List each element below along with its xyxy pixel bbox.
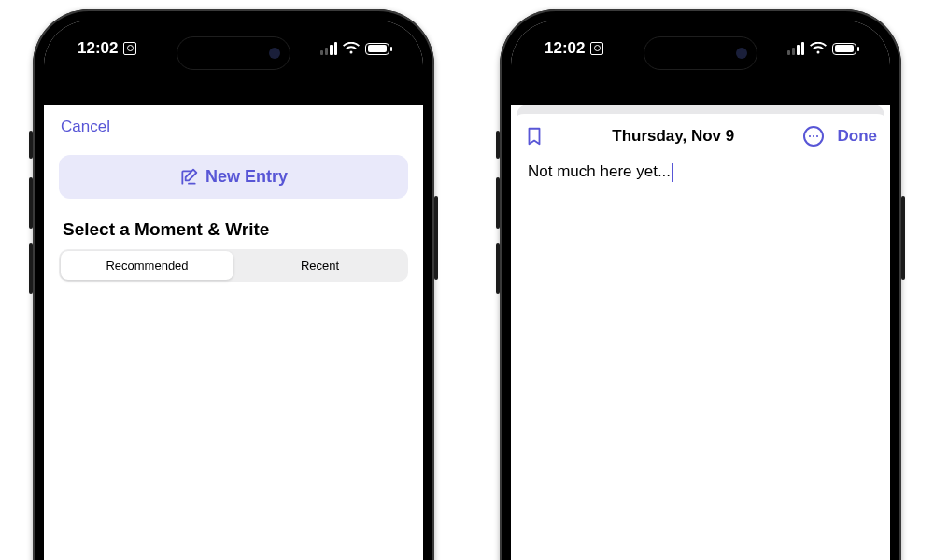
contact-card-icon xyxy=(590,42,603,55)
new-entry-button[interactable]: New Entry xyxy=(59,155,408,199)
entry-header: Thursday, Nov 9 Done xyxy=(511,114,890,159)
modal-topbar: Cancel xyxy=(44,105,423,146)
battery-icon xyxy=(365,43,389,55)
more-button[interactable] xyxy=(802,125,825,147)
done-button[interactable]: Done xyxy=(838,127,878,146)
status-bar: 12:02 xyxy=(511,21,890,105)
phone-mockup-right: 12:02 Thursday, Nov 9 xyxy=(500,9,901,560)
side-button xyxy=(29,243,33,294)
dynamic-island xyxy=(177,37,290,69)
section-title: Select a Moment & Write xyxy=(44,199,423,249)
bookmark-icon xyxy=(524,126,545,147)
bookmark-button[interactable] xyxy=(524,126,545,147)
tab-recent[interactable]: Recent xyxy=(234,251,406,280)
side-button xyxy=(29,131,33,159)
svg-point-1 xyxy=(808,135,810,137)
side-button xyxy=(901,196,905,280)
entry-text-area[interactable]: Not much here yet... xyxy=(511,159,890,560)
screen: 12:02 Cancel New Entry Select a Moment &… xyxy=(44,21,423,560)
cellular-signal-icon xyxy=(320,42,337,55)
segmented-control: Recommended Recent xyxy=(59,249,408,282)
editor-content: Thursday, Nov 9 Done Not much here yet..… xyxy=(511,105,890,560)
entry-sheet: Thursday, Nov 9 Done Not much here yet..… xyxy=(511,114,890,560)
dynamic-island xyxy=(644,37,757,69)
status-time: 12:02 xyxy=(78,39,118,58)
battery-icon xyxy=(832,43,856,55)
side-button xyxy=(434,196,438,280)
side-button xyxy=(29,177,33,229)
screen: 12:02 Thursday, Nov 9 xyxy=(511,21,890,560)
text-caret xyxy=(672,163,673,182)
tab-recommended[interactable]: Recommended xyxy=(61,251,234,280)
svg-point-3 xyxy=(815,135,817,137)
side-button xyxy=(496,243,500,294)
wifi-icon xyxy=(343,42,360,55)
contact-card-icon xyxy=(123,42,136,55)
entry-date-title: Thursday, Nov 9 xyxy=(612,127,734,146)
status-bar: 12:02 xyxy=(44,21,423,105)
cellular-signal-icon xyxy=(787,42,804,55)
side-button xyxy=(496,131,500,159)
wifi-icon xyxy=(810,42,827,55)
cancel-button[interactable]: Cancel xyxy=(61,118,110,135)
status-time: 12:02 xyxy=(545,39,585,58)
svg-point-2 xyxy=(812,135,814,137)
compose-icon xyxy=(179,168,198,187)
entry-body-text: Not much here yet... xyxy=(528,162,671,180)
new-entry-label: New Entry xyxy=(205,167,288,187)
phone-mockup-left: 12:02 Cancel New Entry Select a Moment &… xyxy=(33,9,434,560)
side-button xyxy=(496,177,500,229)
modal-content: Cancel New Entry Select a Moment & Write… xyxy=(44,105,423,560)
ellipsis-circle-icon xyxy=(802,125,825,147)
